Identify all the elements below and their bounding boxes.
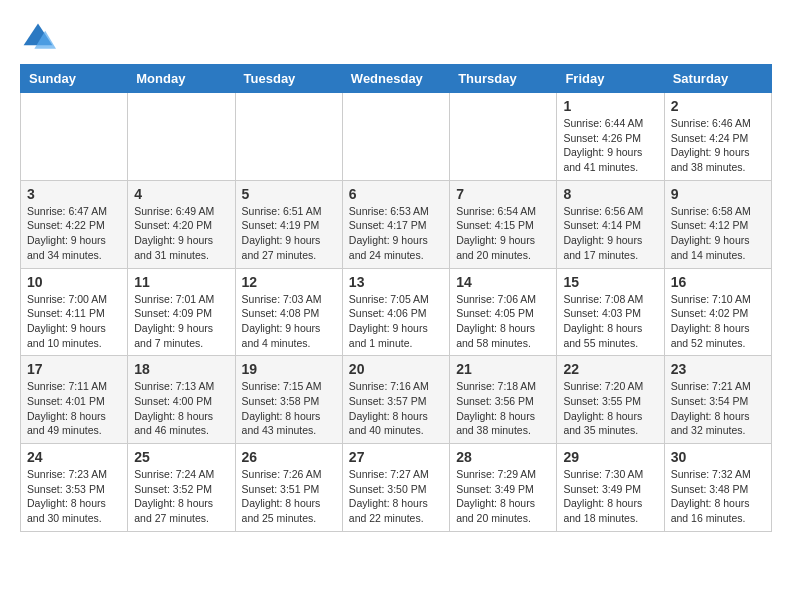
calendar-cell: 24Sunrise: 7:23 AM Sunset: 3:53 PM Dayli… bbox=[21, 444, 128, 532]
column-header-saturday: Saturday bbox=[664, 65, 771, 93]
day-info: Sunrise: 7:26 AM Sunset: 3:51 PM Dayligh… bbox=[242, 467, 336, 526]
day-info: Sunrise: 7:21 AM Sunset: 3:54 PM Dayligh… bbox=[671, 379, 765, 438]
day-info: Sunrise: 7:24 AM Sunset: 3:52 PM Dayligh… bbox=[134, 467, 228, 526]
day-number: 22 bbox=[563, 361, 657, 377]
day-info: Sunrise: 6:54 AM Sunset: 4:15 PM Dayligh… bbox=[456, 204, 550, 263]
calendar-cell: 23Sunrise: 7:21 AM Sunset: 3:54 PM Dayli… bbox=[664, 356, 771, 444]
day-info: Sunrise: 7:11 AM Sunset: 4:01 PM Dayligh… bbox=[27, 379, 121, 438]
day-number: 10 bbox=[27, 274, 121, 290]
calendar-cell: 10Sunrise: 7:00 AM Sunset: 4:11 PM Dayli… bbox=[21, 268, 128, 356]
calendar-cell: 13Sunrise: 7:05 AM Sunset: 4:06 PM Dayli… bbox=[342, 268, 449, 356]
day-info: Sunrise: 6:46 AM Sunset: 4:24 PM Dayligh… bbox=[671, 116, 765, 175]
day-number: 16 bbox=[671, 274, 765, 290]
day-info: Sunrise: 6:49 AM Sunset: 4:20 PM Dayligh… bbox=[134, 204, 228, 263]
calendar-cell bbox=[128, 93, 235, 181]
day-info: Sunrise: 7:00 AM Sunset: 4:11 PM Dayligh… bbox=[27, 292, 121, 351]
calendar-cell bbox=[450, 93, 557, 181]
calendar-cell: 17Sunrise: 7:11 AM Sunset: 4:01 PM Dayli… bbox=[21, 356, 128, 444]
calendar-cell: 3Sunrise: 6:47 AM Sunset: 4:22 PM Daylig… bbox=[21, 180, 128, 268]
calendar-cell: 22Sunrise: 7:20 AM Sunset: 3:55 PM Dayli… bbox=[557, 356, 664, 444]
logo bbox=[20, 20, 62, 56]
day-number: 4 bbox=[134, 186, 228, 202]
day-info: Sunrise: 6:51 AM Sunset: 4:19 PM Dayligh… bbox=[242, 204, 336, 263]
calendar-cell: 19Sunrise: 7:15 AM Sunset: 3:58 PM Dayli… bbox=[235, 356, 342, 444]
day-number: 23 bbox=[671, 361, 765, 377]
calendar-cell bbox=[21, 93, 128, 181]
calendar-cell: 25Sunrise: 7:24 AM Sunset: 3:52 PM Dayli… bbox=[128, 444, 235, 532]
column-header-tuesday: Tuesday bbox=[235, 65, 342, 93]
calendar-week-1: 1Sunrise: 6:44 AM Sunset: 4:26 PM Daylig… bbox=[21, 93, 772, 181]
calendar-cell: 29Sunrise: 7:30 AM Sunset: 3:49 PM Dayli… bbox=[557, 444, 664, 532]
day-info: Sunrise: 6:56 AM Sunset: 4:14 PM Dayligh… bbox=[563, 204, 657, 263]
calendar-week-2: 3Sunrise: 6:47 AM Sunset: 4:22 PM Daylig… bbox=[21, 180, 772, 268]
calendar-cell bbox=[235, 93, 342, 181]
day-number: 26 bbox=[242, 449, 336, 465]
calendar-body: 1Sunrise: 6:44 AM Sunset: 4:26 PM Daylig… bbox=[21, 93, 772, 532]
day-info: Sunrise: 6:53 AM Sunset: 4:17 PM Dayligh… bbox=[349, 204, 443, 263]
day-info: Sunrise: 7:01 AM Sunset: 4:09 PM Dayligh… bbox=[134, 292, 228, 351]
day-number: 15 bbox=[563, 274, 657, 290]
column-header-sunday: Sunday bbox=[21, 65, 128, 93]
logo-icon bbox=[20, 20, 56, 56]
day-number: 17 bbox=[27, 361, 121, 377]
day-info: Sunrise: 7:30 AM Sunset: 3:49 PM Dayligh… bbox=[563, 467, 657, 526]
day-info: Sunrise: 6:44 AM Sunset: 4:26 PM Dayligh… bbox=[563, 116, 657, 175]
day-info: Sunrise: 7:06 AM Sunset: 4:05 PM Dayligh… bbox=[456, 292, 550, 351]
calendar-cell: 12Sunrise: 7:03 AM Sunset: 4:08 PM Dayli… bbox=[235, 268, 342, 356]
calendar-cell: 1Sunrise: 6:44 AM Sunset: 4:26 PM Daylig… bbox=[557, 93, 664, 181]
day-number: 5 bbox=[242, 186, 336, 202]
day-number: 6 bbox=[349, 186, 443, 202]
day-number: 1 bbox=[563, 98, 657, 114]
day-number: 2 bbox=[671, 98, 765, 114]
day-number: 20 bbox=[349, 361, 443, 377]
day-info: Sunrise: 7:18 AM Sunset: 3:56 PM Dayligh… bbox=[456, 379, 550, 438]
calendar-cell: 2Sunrise: 6:46 AM Sunset: 4:24 PM Daylig… bbox=[664, 93, 771, 181]
calendar-cell: 27Sunrise: 7:27 AM Sunset: 3:50 PM Dayli… bbox=[342, 444, 449, 532]
calendar-week-5: 24Sunrise: 7:23 AM Sunset: 3:53 PM Dayli… bbox=[21, 444, 772, 532]
calendar-cell: 7Sunrise: 6:54 AM Sunset: 4:15 PM Daylig… bbox=[450, 180, 557, 268]
calendar-cell: 26Sunrise: 7:26 AM Sunset: 3:51 PM Dayli… bbox=[235, 444, 342, 532]
calendar-cell: 28Sunrise: 7:29 AM Sunset: 3:49 PM Dayli… bbox=[450, 444, 557, 532]
calendar-cell: 5Sunrise: 6:51 AM Sunset: 4:19 PM Daylig… bbox=[235, 180, 342, 268]
day-number: 14 bbox=[456, 274, 550, 290]
day-info: Sunrise: 7:03 AM Sunset: 4:08 PM Dayligh… bbox=[242, 292, 336, 351]
day-number: 12 bbox=[242, 274, 336, 290]
calendar-cell: 16Sunrise: 7:10 AM Sunset: 4:02 PM Dayli… bbox=[664, 268, 771, 356]
day-info: Sunrise: 7:10 AM Sunset: 4:02 PM Dayligh… bbox=[671, 292, 765, 351]
day-number: 9 bbox=[671, 186, 765, 202]
calendar-cell: 30Sunrise: 7:32 AM Sunset: 3:48 PM Dayli… bbox=[664, 444, 771, 532]
day-number: 18 bbox=[134, 361, 228, 377]
day-number: 13 bbox=[349, 274, 443, 290]
calendar-week-3: 10Sunrise: 7:00 AM Sunset: 4:11 PM Dayli… bbox=[21, 268, 772, 356]
day-info: Sunrise: 6:47 AM Sunset: 4:22 PM Dayligh… bbox=[27, 204, 121, 263]
day-info: Sunrise: 7:32 AM Sunset: 3:48 PM Dayligh… bbox=[671, 467, 765, 526]
day-info: Sunrise: 7:08 AM Sunset: 4:03 PM Dayligh… bbox=[563, 292, 657, 351]
calendar-cell: 14Sunrise: 7:06 AM Sunset: 4:05 PM Dayli… bbox=[450, 268, 557, 356]
day-info: Sunrise: 7:05 AM Sunset: 4:06 PM Dayligh… bbox=[349, 292, 443, 351]
column-header-thursday: Thursday bbox=[450, 65, 557, 93]
calendar-cell: 20Sunrise: 7:16 AM Sunset: 3:57 PM Dayli… bbox=[342, 356, 449, 444]
day-number: 19 bbox=[242, 361, 336, 377]
calendar-table: SundayMondayTuesdayWednesdayThursdayFrid… bbox=[20, 64, 772, 532]
day-number: 21 bbox=[456, 361, 550, 377]
page-header bbox=[20, 16, 772, 56]
calendar-cell: 6Sunrise: 6:53 AM Sunset: 4:17 PM Daylig… bbox=[342, 180, 449, 268]
day-info: Sunrise: 7:23 AM Sunset: 3:53 PM Dayligh… bbox=[27, 467, 121, 526]
day-number: 11 bbox=[134, 274, 228, 290]
calendar-cell bbox=[342, 93, 449, 181]
day-number: 3 bbox=[27, 186, 121, 202]
calendar-cell: 11Sunrise: 7:01 AM Sunset: 4:09 PM Dayli… bbox=[128, 268, 235, 356]
column-header-monday: Monday bbox=[128, 65, 235, 93]
calendar-cell: 8Sunrise: 6:56 AM Sunset: 4:14 PM Daylig… bbox=[557, 180, 664, 268]
day-number: 24 bbox=[27, 449, 121, 465]
header-row: SundayMondayTuesdayWednesdayThursdayFrid… bbox=[21, 65, 772, 93]
day-info: Sunrise: 6:58 AM Sunset: 4:12 PM Dayligh… bbox=[671, 204, 765, 263]
calendar-cell: 15Sunrise: 7:08 AM Sunset: 4:03 PM Dayli… bbox=[557, 268, 664, 356]
day-number: 25 bbox=[134, 449, 228, 465]
day-info: Sunrise: 7:15 AM Sunset: 3:58 PM Dayligh… bbox=[242, 379, 336, 438]
day-number: 27 bbox=[349, 449, 443, 465]
calendar-cell: 4Sunrise: 6:49 AM Sunset: 4:20 PM Daylig… bbox=[128, 180, 235, 268]
day-info: Sunrise: 7:29 AM Sunset: 3:49 PM Dayligh… bbox=[456, 467, 550, 526]
day-number: 30 bbox=[671, 449, 765, 465]
day-number: 7 bbox=[456, 186, 550, 202]
